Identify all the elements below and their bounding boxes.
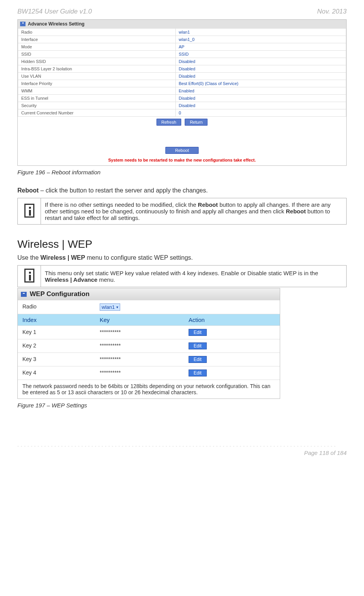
info2-a: This menu only set static WEP key value … (45, 270, 318, 276)
info2-c: menu. (97, 276, 115, 283)
panel-collapse-icon[interactable] (21, 292, 27, 297)
footer-divider: - - - - - - - - - - - - - - - - - - - - … (17, 443, 347, 448)
setting-value: wlan1 (175, 29, 346, 36)
settings-table: Radiowlan1Interfacewlan1_0ModeAPSSIDSSID… (18, 28, 346, 117)
table-row: ModeAP (18, 43, 346, 51)
wep-table-header: Index Key Action (18, 314, 280, 325)
refresh-button[interactable]: Refresh (156, 119, 182, 126)
table-row: Hidden SSIDDisabled (18, 58, 346, 65)
setting-label: Intra-BSS Layer 2 Isolation (18, 65, 176, 73)
table-row: Interfacewlan1_0 (18, 36, 346, 43)
setting-label: WMM (18, 87, 176, 95)
table-row: Interface PriorityBest Effort(0) (Class … (18, 80, 346, 87)
table-row: Radiowlan1 (18, 29, 346, 36)
info-text-2: This menu only set static WEP key value … (41, 266, 347, 287)
key-index: Key 4 (18, 366, 95, 380)
radio-select[interactable]: wlan1 ▾ (100, 303, 120, 311)
doc-title: BW1254 User Guide v1.0 (17, 8, 92, 15)
wep-panel-header: WEP Configuration (18, 288, 280, 300)
reboot-button[interactable]: Reboot (165, 147, 198, 154)
setting-label: Radio (18, 29, 176, 36)
radio-selected-value: wlan1 (102, 304, 115, 310)
setting-label: Use VLAN (18, 73, 176, 80)
wep-panel-title: WEP Configuration (30, 290, 90, 298)
wep-key-row: Key 4**********Edit (18, 366, 280, 380)
wep-intro-a: Use the (17, 254, 41, 261)
setting-value: Enabled (175, 87, 346, 95)
setting-label: Interface (18, 36, 176, 43)
info-icon (24, 269, 34, 283)
radio-label: Radio (18, 300, 95, 314)
setting-value: 0 (175, 109, 346, 117)
info1-d: Reboot (286, 208, 306, 215)
edit-button[interactable]: Edit (189, 370, 207, 376)
table-row: Current Connected Number0 (18, 109, 346, 117)
setting-label: ESS in Tunnel (18, 95, 176, 102)
button-row: Refresh Return (18, 117, 346, 128)
info-icon (24, 204, 34, 218)
setting-label: Current Connected Number (18, 109, 176, 117)
setting-label: SSID (18, 51, 176, 58)
setting-label: Interface Priority (18, 80, 176, 87)
setting-label: Hidden SSID (18, 58, 176, 65)
setting-value: Disabled (175, 95, 346, 102)
key-index: Key 2 (18, 339, 95, 352)
table-row: SSIDSSID (18, 51, 346, 58)
advance-wireless-panel: Advance Wireless Setting Radiowlan1Inter… (17, 19, 347, 166)
edit-button[interactable]: Edit (189, 329, 207, 336)
info1-b: Reboot (198, 201, 218, 208)
setting-value: Best Effort(0) (Class of Service) (175, 80, 346, 87)
radio-select-cell: wlan1 ▾ (95, 300, 184, 314)
wep-key-row: Key 3**********Edit (18, 352, 280, 366)
setting-value: AP (175, 43, 346, 51)
key-index: Key 3 (18, 353, 95, 366)
reboot-label: Reboot (17, 187, 39, 194)
setting-label: Security (18, 102, 176, 109)
key-action-cell: Edit (184, 366, 280, 380)
page-footer: Page 118 of 184 (17, 450, 347, 456)
restart-warning: System needs to be restarted to make the… (18, 156, 346, 165)
info-text: If there is no other settings needed to … (41, 198, 347, 225)
table-row: Intra-BSS Layer 2 IsolationDisabled (18, 65, 346, 73)
setting-value: Disabled (175, 73, 346, 80)
return-button[interactable]: Return (185, 119, 208, 126)
wep-note: The network password needs to be 64bits … (18, 380, 280, 398)
setting-value: Disabled (175, 65, 346, 73)
key-value: ********** (95, 339, 184, 352)
setting-value: Disabled (175, 102, 346, 109)
info1-a: If there is no other settings needed to … (45, 201, 198, 208)
key-action-cell: Edit (184, 339, 280, 352)
wep-key-row: Key 1**********Edit (18, 325, 280, 339)
table-row: Security Disabled (18, 102, 346, 109)
edit-button[interactable]: Edit (189, 342, 207, 349)
reboot-description: Reboot – click the button to restart the… (17, 187, 347, 194)
col-index: Index (18, 314, 95, 325)
wep-intro: Use the Wireless | WEP menu to configure… (17, 254, 347, 261)
reboot-row: Reboot (18, 145, 346, 156)
doc-date: Nov. 2013 (317, 8, 347, 15)
page-header: BW1254 User Guide v1.0 Nov. 2013 (17, 8, 347, 15)
figure-197-caption: Figure 197 – WEP Settings (17, 402, 347, 409)
panel-collapse-icon[interactable] (20, 22, 26, 26)
key-action-cell: Edit (184, 353, 280, 366)
info-icon-cell-2 (18, 266, 41, 287)
key-value: ********** (95, 326, 184, 339)
key-value: ********** (95, 366, 184, 380)
info-box-2: This menu only set static WEP key value … (17, 265, 347, 287)
wep-intro-b: Wireless | WEP (41, 254, 85, 261)
wep-config-panel: WEP Configuration Radio wlan1 ▾ Index Ke… (17, 288, 280, 399)
edit-button[interactable]: Edit (189, 356, 207, 363)
info-icon-cell (18, 198, 41, 225)
panel-header: Advance Wireless Setting (18, 20, 346, 28)
wep-radio-row: Radio wlan1 ▾ (18, 300, 280, 314)
info-box-1: If there is no other settings needed to … (17, 198, 347, 225)
key-value: ********** (95, 353, 184, 366)
figure-196-caption: Figure 196 – Reboot information (17, 169, 347, 175)
setting-label: Mode (18, 43, 176, 51)
wep-key-row: Key 2**********Edit (18, 339, 280, 352)
col-key: Key (95, 314, 184, 325)
wep-intro-c: menu to configure static WEP settings. (85, 254, 193, 261)
info2-b: Wireless | Advance (45, 276, 97, 283)
panel-title: Advance Wireless Setting (28, 21, 85, 27)
setting-value: Disabled (175, 58, 346, 65)
